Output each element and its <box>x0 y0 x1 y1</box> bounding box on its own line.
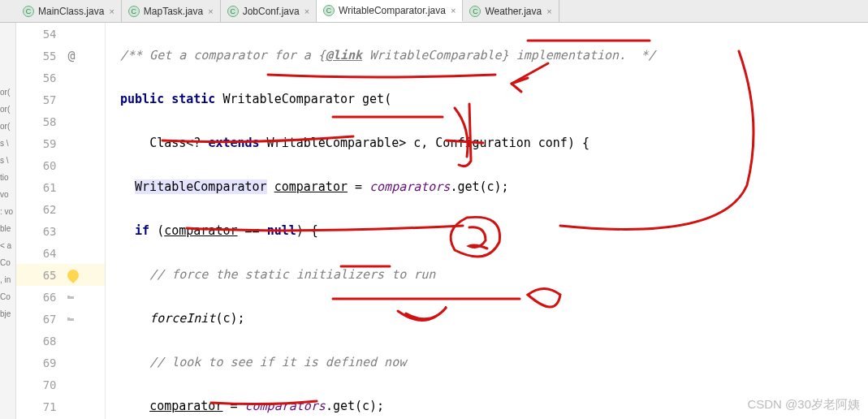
close-icon[interactable]: × <box>304 6 309 16</box>
line-number: 71 <box>16 400 64 413</box>
line-number: 63 <box>16 225 64 238</box>
tab-label: MainClass.java <box>38 6 104 17</box>
java-class-icon: C <box>23 6 34 17</box>
gutter[interactable]: 54 55@ 56 57 58 59 60 61 62 63 64 65 66 … <box>16 23 106 419</box>
close-icon[interactable]: × <box>546 6 551 16</box>
line-number: 65 <box>16 269 64 282</box>
line-number: 66 <box>16 291 64 304</box>
fold-mark-icon[interactable] <box>67 296 74 299</box>
tab-maptask[interactable]: C MapTask.java × <box>122 0 221 22</box>
intention-bulb-icon[interactable] <box>66 267 82 283</box>
line-number: 68 <box>16 335 64 348</box>
line-number: 61 <box>16 181 64 194</box>
close-icon[interactable]: × <box>109 6 114 16</box>
editor-area: or(or(or( s \s \tio vo: voble < aCo, in … <box>0 23 868 419</box>
tab-label: MapTask.java <box>144 6 203 17</box>
tab-label: Weather.java <box>485 6 542 17</box>
java-class-icon: C <box>469 6 481 17</box>
sidebar-sliver: or(or(or( s \s \tio vo: voble < aCo, in … <box>0 23 16 419</box>
line-number: 54 <box>16 28 64 41</box>
line-number: 58 <box>16 115 64 128</box>
java-class-icon: C <box>128 6 140 17</box>
close-icon[interactable]: × <box>451 6 456 15</box>
tab-mainclass[interactable]: C MainClass.java × <box>16 0 122 22</box>
line-number: 70 <box>16 378 64 391</box>
java-class-icon: C <box>227 6 239 17</box>
line-number: 60 <box>16 159 64 172</box>
watermark: CSDN @30岁老阿姨 <box>747 397 860 413</box>
code-editor[interactable]: /** Get a comparator for a {@link Writab… <box>106 23 868 419</box>
line-number: 69 <box>16 356 64 369</box>
tab-label: JobConf.java <box>243 6 300 17</box>
line-number: 67 <box>16 313 64 326</box>
tab-jobconf[interactable]: C JobConf.java × <box>221 0 317 22</box>
line-number: 57 <box>16 93 64 106</box>
tab-writablecomparator[interactable]: C WritableComparator.java × <box>317 0 463 22</box>
line-number: 64 <box>16 247 64 260</box>
java-class-icon: C <box>323 5 335 16</box>
tab-label: WritableComparator.java <box>339 5 446 16</box>
line-number: 56 <box>16 71 64 84</box>
fold-mark-icon[interactable] <box>67 317 74 321</box>
line-number: 62 <box>16 203 64 216</box>
override-gutter-icon[interactable]: @ <box>67 49 75 63</box>
tab-weather[interactable]: C Weather.java × <box>463 0 559 22</box>
editor-tabs: C MainClass.java × C MapTask.java × C Jo… <box>0 0 868 23</box>
line-number: 55 <box>16 50 64 63</box>
line-number: 59 <box>16 137 64 150</box>
close-icon[interactable]: × <box>208 6 213 16</box>
